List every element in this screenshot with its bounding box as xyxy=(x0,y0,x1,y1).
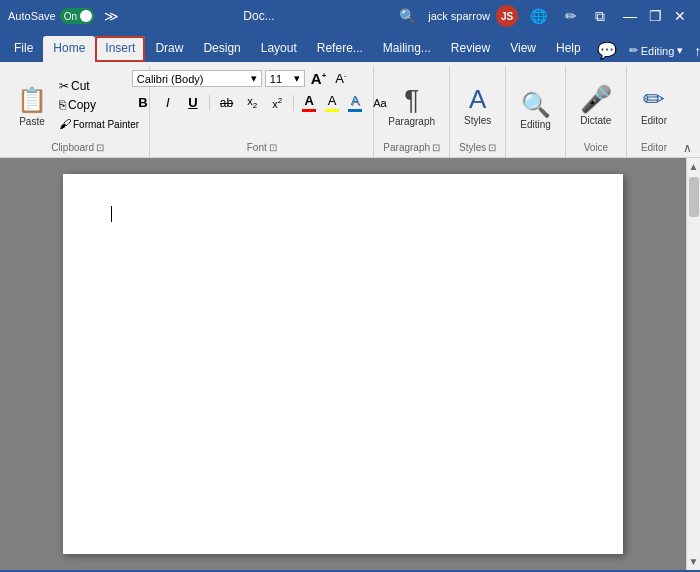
editor-group-content: ✏ Editor xyxy=(633,68,675,142)
paste-button[interactable]: 📋 Paste xyxy=(12,82,52,129)
scroll-up-button[interactable]: ▲ xyxy=(687,158,700,175)
document-title: Doc... xyxy=(125,9,394,23)
ribbon-collapse-button[interactable]: ∧ xyxy=(681,139,694,157)
subscript-button[interactable]: x2 xyxy=(241,93,263,112)
pen-editing-icon: ✏ xyxy=(629,44,638,57)
highlight-button[interactable]: A xyxy=(322,92,342,113)
tab-layout[interactable]: Layout xyxy=(251,36,307,62)
clipboard-small-buttons: ✂ Cut ⎘ Copy 🖌 Format Painter xyxy=(55,77,143,133)
scroll-down-button[interactable]: ▼ xyxy=(687,553,700,570)
search-title-button[interactable]: 🔍 xyxy=(393,6,422,26)
globe-button[interactable]: 🌐 xyxy=(524,6,553,26)
strikethrough-button[interactable]: ab xyxy=(215,94,238,112)
main-content xyxy=(0,158,686,570)
paragraph-dialog-icon[interactable]: ⊡ xyxy=(432,142,440,153)
editing-icon: 🔍 xyxy=(521,91,551,119)
pen-button[interactable]: ✏ xyxy=(559,6,583,26)
tab-review[interactable]: Review xyxy=(441,36,500,62)
font-color-bar xyxy=(302,109,316,112)
clipboard-dialog-icon[interactable]: ⊡ xyxy=(96,142,104,153)
font-group-content: Calibri (Body) ▾ 11 ▾ A+ A- B I U ab x2 … xyxy=(132,68,392,113)
dictate-icon: 🎤 xyxy=(580,84,612,115)
bold-button[interactable]: B xyxy=(132,93,154,112)
ribbon-content: 📋 Paste ✂ Cut ⎘ Copy 🖌 Format Painter C xyxy=(0,62,700,158)
cut-icon: ✂ xyxy=(59,79,69,93)
font-family-selector[interactable]: Calibri (Body) ▾ xyxy=(132,70,262,87)
restore-view-button[interactable]: ⧉ xyxy=(589,6,611,27)
share-button[interactable]: ↑ xyxy=(689,40,700,62)
vertical-scrollbar[interactable]: ▲ ▼ xyxy=(686,158,700,570)
ribbon-expand-button[interactable]: ≫ xyxy=(98,6,125,26)
paragraph-group-content: ¶ Paragraph xyxy=(380,68,443,142)
paragraph-label: Paragraph xyxy=(388,116,435,127)
tab-references[interactable]: Refere... xyxy=(307,36,373,62)
scroll-thumb[interactable] xyxy=(689,177,699,217)
styles-dialog-icon[interactable]: ⊡ xyxy=(488,142,496,153)
editor-label: Editor xyxy=(641,115,667,126)
cut-button[interactable]: ✂ Cut xyxy=(55,77,143,95)
styles-button[interactable]: A Styles xyxy=(456,80,499,130)
dictate-button[interactable]: 🎤 Dictate xyxy=(572,80,620,130)
font-size-arrow: ▾ xyxy=(294,72,300,85)
font-row1: Calibri (Body) ▾ 11 ▾ A+ A- xyxy=(132,68,392,89)
copy-label: Copy xyxy=(68,98,96,112)
font-shrink-button[interactable]: A- xyxy=(332,69,349,88)
scroll-track[interactable] xyxy=(687,175,700,553)
font-size-selector[interactable]: 11 ▾ xyxy=(265,70,305,87)
font-separator-2 xyxy=(293,95,294,111)
toggle-knob xyxy=(80,10,92,22)
font-color-button[interactable]: A xyxy=(299,92,319,113)
text-effects-button[interactable]: A xyxy=(345,92,365,113)
tab-file[interactable]: File xyxy=(4,36,43,62)
tab-help[interactable]: Help xyxy=(546,36,591,62)
paste-label: Paste xyxy=(19,116,45,127)
editor-button[interactable]: ✏ Editor xyxy=(633,80,675,130)
tab-home[interactable]: Home xyxy=(43,36,95,62)
tab-view[interactable]: View xyxy=(500,36,546,62)
close-button[interactable]: ✕ xyxy=(668,6,692,26)
tab-design[interactable]: Design xyxy=(193,36,250,62)
title-bar: AutoSave On ≫ Doc... 🔍 jack sparrow JS 🌐… xyxy=(0,0,700,32)
autosave-label: AutoSave xyxy=(8,10,56,22)
format-painter-icon: 🖌 xyxy=(59,117,71,131)
font-row2: B I U ab x2 x2 A A A xyxy=(132,92,392,113)
editing-dropdown-icon: ▾ xyxy=(677,44,683,57)
clipboard-group: 📋 Paste ✂ Cut ⎘ Copy 🖌 Format Painter C xyxy=(6,66,150,157)
font-dialog-icon[interactable]: ⊡ xyxy=(269,142,277,153)
maximize-button[interactable]: ❐ xyxy=(643,6,668,26)
voice-label: Voice xyxy=(584,142,608,155)
format-painter-button[interactable]: 🖌 Format Painter xyxy=(55,115,143,133)
underline-button[interactable]: U xyxy=(182,93,204,112)
avatar[interactable]: JS xyxy=(496,5,518,27)
document-area[interactable] xyxy=(0,158,686,570)
font-color-letter: A xyxy=(305,93,314,108)
editing-button[interactable]: 🔍 Editing xyxy=(512,87,559,134)
font-family-value: Calibri (Body) xyxy=(137,73,204,85)
autosave-toggle[interactable]: On xyxy=(60,8,94,24)
italic-button[interactable]: I xyxy=(157,93,179,112)
cut-label: Cut xyxy=(71,79,90,93)
editing-label: Editing xyxy=(520,119,551,130)
styles-label: Styles ⊡ xyxy=(459,142,496,155)
tab-insert[interactable]: Insert xyxy=(95,36,145,62)
editing-mode-button[interactable]: ✏ Editing ▾ xyxy=(623,42,690,59)
editing-mode-label: Editing xyxy=(641,45,675,57)
paragraph-button[interactable]: ¶ Paragraph xyxy=(380,80,443,131)
dictate-label: Dictate xyxy=(580,115,611,126)
font-label: Font ⊡ xyxy=(247,142,277,155)
styles-icon: A xyxy=(469,84,486,115)
tab-draw[interactable]: Draw xyxy=(145,36,193,62)
format-painter-label: Format Painter xyxy=(73,119,139,130)
tab-mailings[interactable]: Mailing... xyxy=(373,36,441,62)
copy-button[interactable]: ⎘ Copy xyxy=(55,96,143,114)
font-separator-1 xyxy=(209,95,210,111)
superscript-button[interactable]: x2 xyxy=(266,94,288,112)
paste-icon: 📋 xyxy=(16,84,48,116)
editor-group: ✏ Editor Editor xyxy=(627,66,681,157)
comment-button[interactable]: 💬 xyxy=(591,39,623,62)
font-grow-button[interactable]: A+ xyxy=(308,68,330,89)
document-page[interactable] xyxy=(63,174,623,554)
minimize-button[interactable]: — xyxy=(617,6,643,26)
editor-label: Editor xyxy=(641,142,667,155)
window-controls: — ❐ ✕ xyxy=(617,6,692,26)
